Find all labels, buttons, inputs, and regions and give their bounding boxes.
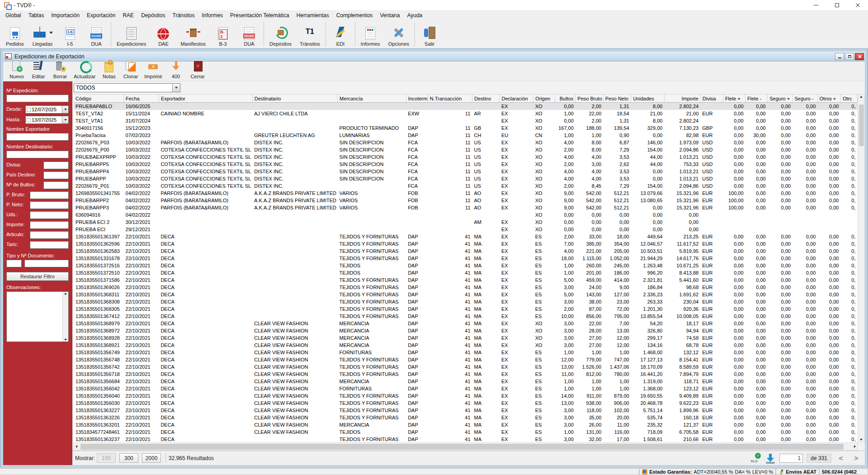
page-size-300[interactable]: 300 xyxy=(119,453,138,463)
export-xls-icon[interactable] xyxy=(750,453,761,464)
observaciones-textarea[interactable] xyxy=(7,292,62,342)
table-row[interactable]: 126983550134175504/02/2022PARFOIS (BARAT… xyxy=(74,190,858,197)
table-row[interactable]: 135183550135604222/10/2021DECACLEAR VIEW… xyxy=(74,385,858,392)
scroll-up-icon[interactable] xyxy=(860,96,863,98)
column-header-fecha[interactable]: Fecha xyxy=(124,95,159,103)
restaurar-filtro-button[interactable]: Restaurar Filtro xyxy=(6,272,69,281)
table-row[interactable]: 135183550136320122/10/2021DECACLEAR VIEW… xyxy=(74,421,858,428)
bultos-input[interactable] xyxy=(43,181,69,189)
table-row[interactable]: 135183550136259622/10/2021DECATEJIDOS Y … xyxy=(74,240,858,247)
table-row[interactable]: 135183550135604022/10/2021DECACLEAR VIEW… xyxy=(74,392,858,399)
tipo-doc-input[interactable] xyxy=(6,260,22,267)
p-bruto-input[interactable] xyxy=(30,191,69,199)
articulo-input[interactable] xyxy=(30,231,69,239)
nombre-exportador-input[interactable] xyxy=(6,133,69,141)
child-close-button[interactable] xyxy=(855,53,864,60)
importe-input[interactable] xyxy=(30,221,69,229)
vertical-scrollbar[interactable] xyxy=(858,94,865,442)
toolbar-button-b-3[interactable]: B-3 xyxy=(210,20,236,49)
page-number-input[interactable] xyxy=(779,454,803,463)
column-header-exportador[interactable]: Exportador xyxy=(159,95,252,103)
column-header-flete[interactable]: Flete - xyxy=(745,95,768,103)
toolbar-button-400[interactable]: 400 xyxy=(165,62,187,81)
toolbar-button-clonar[interactable]: Clonar xyxy=(120,62,142,81)
taric-input[interactable] xyxy=(30,241,69,249)
table-row[interactable]: 135183550135668422/10/2021DECACLEAR VIEW… xyxy=(74,378,858,385)
toolbar-button-edi[interactable]: EDI xyxy=(327,20,354,49)
table-row[interactable]: 135183550136830822/10/2021DECATEJIDOS Y … xyxy=(74,298,858,305)
desde-datepicker[interactable]: 12/07/2025 xyxy=(25,105,69,114)
table-row[interactable]: 135183457724846122/10/2021DECACLEAR VIEW… xyxy=(74,428,858,436)
chevron-down-icon[interactable] xyxy=(62,106,68,113)
hasta-checkbox[interactable] xyxy=(27,118,31,122)
column-header-seguro[interactable]: Seguro - xyxy=(793,95,817,103)
table-row[interactable]: 135183550136831122/10/2021DECATEJIDOS Y … xyxy=(74,291,858,298)
column-header-seguro[interactable]: Seguro + xyxy=(768,95,793,103)
child-minimize-button[interactable] xyxy=(835,53,844,60)
scroll-right-icon[interactable] xyxy=(854,445,856,448)
uds-input[interactable] xyxy=(30,211,69,219)
previous-page-button[interactable]: < xyxy=(835,453,847,463)
column-header-bultos[interactable]: Bultos xyxy=(555,95,576,103)
horizontal-scroll-thumb[interactable] xyxy=(80,444,844,450)
chevron-down-icon[interactable] xyxy=(62,116,68,124)
column-header-n-transacci-n[interactable]: N.Transacción xyxy=(428,95,472,103)
table-row[interactable]: 135183550136323722/10/2021DECATEJIDOS Y … xyxy=(74,436,858,443)
toolbar-button-i-5[interactable]: I-5 xyxy=(57,20,83,49)
table-row[interactable]: 135183550136741222/10/2021DECATEJIDOS Y … xyxy=(74,313,858,320)
toolbar-button-borrar[interactable]: Borrar xyxy=(49,62,71,81)
chevron-down-icon[interactable] xyxy=(49,32,53,34)
table-row[interactable]: 135183550137158622/10/2021DECATEJIDOS Y … xyxy=(74,276,858,284)
table-row[interactable]: PRUEBARPP510/03/2022COTEXSA CONFECCIONES… xyxy=(74,161,858,168)
table-row[interactable]: PruebaTacisa07/02/2023GREUTER LEUCHTEN A… xyxy=(74,132,858,139)
menu-tablas[interactable]: Tablas xyxy=(25,11,48,19)
table-row[interactable]: 135183550136139722/10/2021DECATEJIDOS Y … xyxy=(74,233,858,240)
menu-dep-sitos[interactable]: Depósitos xyxy=(137,11,169,19)
menu-exportaci-n[interactable]: Exportación xyxy=(83,11,119,19)
menu-rae[interactable]: RAE xyxy=(119,11,137,19)
column-header-otros[interactable]: Otros + xyxy=(817,95,840,103)
table-row[interactable]: 135183550137251022/10/2021DECATEJIDOSDAP… xyxy=(74,269,858,276)
menu-ventana[interactable]: Ventana xyxy=(376,11,403,19)
close-button[interactable] xyxy=(847,0,868,11)
column-header-flete[interactable]: Flete + xyxy=(723,95,745,103)
toolbar-button-dep-sitos[interactable]: Depósitos xyxy=(265,20,296,49)
vertical-scroll-thumb[interactable] xyxy=(859,104,864,146)
table-row[interactable]: 135183550136258322/10/2021DECATEJIDOS Y … xyxy=(74,247,858,255)
table-row[interactable]: TEST_VTA131/07/2024EXXO0,002,001,318,002… xyxy=(74,117,858,124)
num-doc-input[interactable] xyxy=(24,260,69,267)
toolbar-button-pedidos[interactable]: Pedidos xyxy=(2,20,28,49)
toolbar-button-imprimir[interactable]: Imprimir xyxy=(142,62,165,81)
column-header-incoterm[interactable]: Incoterm xyxy=(406,95,428,103)
toolbar-button-cerrar[interactable]: Cerrar xyxy=(187,62,208,81)
table-row[interactable]: PRUEBAPABLO16/06/2025EXXO0,002,001,318,0… xyxy=(74,103,858,110)
page-size-2000[interactable]: 2000 xyxy=(142,453,161,463)
table-row[interactable]: PRUEBARPP410/03/2022COTEXSA CONFECCIONES… xyxy=(74,168,858,175)
toolbar-button-expediciones[interactable]: Expediciones xyxy=(113,20,150,49)
menu-importaci-n[interactable]: Importación xyxy=(47,11,83,19)
column-header-destino[interactable]: Destino xyxy=(472,95,500,103)
menu-tr-nsitos[interactable]: Tránsitos xyxy=(169,11,198,19)
toolbar-button-manifiestos[interactable]: Manifiestos xyxy=(176,20,210,49)
pais-destino-input[interactable] xyxy=(43,171,69,179)
toolbar-button-opciones[interactable]: Opciones xyxy=(384,20,413,49)
toolbar-button-actualizar[interactable]: Actualizar xyxy=(71,62,98,81)
table-row[interactable]: 304001715615/12/2023PRODUCTO TERMINADODA… xyxy=(74,124,858,132)
child-restore-button[interactable] xyxy=(845,53,854,60)
column-header-importe[interactable]: Importe xyxy=(664,95,700,103)
menu-herramientas[interactable]: Herramientas xyxy=(293,11,333,19)
column-header-c-digo[interactable]: Código xyxy=(74,95,124,103)
table-row[interactable]: 135183550136830522/10/2021DECATEJIDOS Y … xyxy=(74,305,858,313)
table-row[interactable]: TEST_VTA215/11/2024CAINIAO NOMBREAJ VIER… xyxy=(74,110,858,117)
table-row[interactable]: 135183550135671822/10/2021DECACLEAR VIEW… xyxy=(74,370,858,378)
expedicion-input[interactable] xyxy=(6,95,69,102)
table-row[interactable]: PRUEBAEXPRPP10/03/2022COTEXSA CONFECCION… xyxy=(74,153,858,161)
table-row[interactable]: 22026679_P0010/03/2022COTEXSA CONFECCION… xyxy=(74,146,858,153)
column-header-mercanc-a[interactable]: Mercancía xyxy=(338,95,406,103)
table-row[interactable]: 135183550136322622/10/2021DECACLEAR VIEW… xyxy=(74,414,858,421)
p-neto-input[interactable] xyxy=(30,201,69,209)
toolbar-button-dae[interactable]: DAE xyxy=(150,20,176,49)
toolbar-button-informes[interactable]: Informes xyxy=(357,20,384,49)
observaciones-scrollbar[interactable] xyxy=(62,292,68,342)
column-header-declaraci-n[interactable]: Declaración xyxy=(500,95,533,103)
